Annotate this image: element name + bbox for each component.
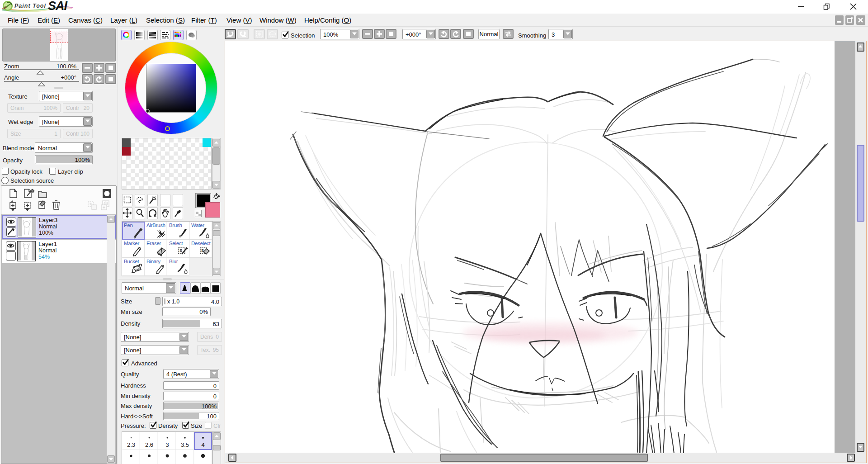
svg-text:2.6: 2.6 — [145, 441, 153, 448]
svg-text:SAI: SAI — [48, 0, 68, 13]
svg-text:4: 4 — [201, 441, 204, 448]
svg-text:2.3: 2.3 — [127, 441, 135, 448]
svg-text:3.5: 3.5 — [181, 441, 189, 448]
svg-text:3: 3 — [165, 441, 169, 448]
svg-text:S: S — [179, 248, 182, 253]
svg-text:Paint Tool: Paint Tool — [14, 3, 46, 9]
